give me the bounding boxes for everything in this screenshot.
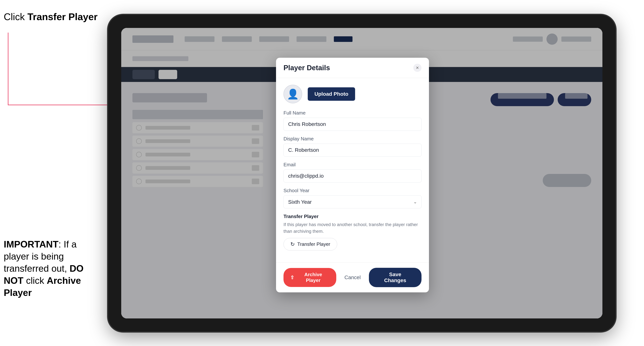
app-background: Player Details × 👤 Upload Photo — [121, 28, 602, 319]
instruction-line1: Click Transfer Player — [4, 11, 101, 22]
archive-player-button[interactable]: ⇧ Archive Player — [284, 268, 336, 287]
transfer-label: Transfer Player — [284, 214, 422, 219]
email-label: Email — [284, 162, 422, 168]
instruction-bottom: IMPORTANT: If a player is being transfer… — [4, 238, 99, 299]
full-name-label: Full Name — [284, 110, 422, 116]
modal-close-button[interactable]: × — [413, 64, 422, 72]
photo-section: 👤 Upload Photo — [284, 85, 422, 103]
modal-body: 👤 Upload Photo Full Name Display Name — [276, 78, 429, 262]
transfer-description: If this player has moved to another scho… — [284, 221, 422, 235]
full-name-group: Full Name — [284, 110, 422, 131]
avatar-circle: 👤 — [284, 85, 302, 103]
full-name-input[interactable] — [284, 118, 422, 131]
instruction-prefix: Click — [4, 11, 28, 22]
upload-photo-button[interactable]: Upload Photo — [308, 87, 355, 101]
player-details-modal: Player Details × 👤 Upload Photo — [276, 58, 429, 292]
school-year-group: School Year Sixth Year First Year Second… — [284, 188, 422, 208]
annotation-vertical-line — [8, 33, 8, 105]
annotation-horizontal-line — [8, 105, 114, 105]
instruction-bold: Transfer Player — [28, 11, 98, 22]
modal-header: Player Details × — [276, 58, 429, 78]
avatar-icon: 👤 — [287, 88, 299, 100]
email-input[interactable] — [284, 170, 422, 182]
save-changes-button[interactable]: Save Changes — [369, 268, 422, 287]
transfer-player-button[interactable]: ↻ Transfer Player — [284, 238, 337, 250]
archive-btn-label: Archive Player — [297, 272, 330, 283]
instruction-important: IMPORTANT — [4, 239, 58, 250]
display-name-input[interactable] — [284, 144, 422, 157]
instruction-top: Click Transfer Player — [4, 11, 101, 22]
cancel-button[interactable]: Cancel — [340, 272, 365, 283]
transfer-section: Transfer Player If this player has moved… — [284, 214, 422, 250]
display-name-label: Display Name — [284, 136, 422, 142]
email-group: Email — [284, 162, 422, 182]
school-year-label: School Year — [284, 188, 422, 193]
school-year-select[interactable]: Sixth Year First Year Second Year Third … — [284, 195, 422, 208]
display-name-group: Display Name — [284, 136, 422, 157]
modal-title: Player Details — [284, 64, 330, 72]
tablet-screen: Player Details × 👤 Upload Photo — [121, 28, 602, 319]
school-year-select-wrapper: Sixth Year First Year Second Year Third … — [284, 195, 422, 208]
transfer-icon: ↻ — [290, 241, 295, 247]
instruction-click: click — [24, 275, 47, 286]
modal-overlay: Player Details × 👤 Upload Photo — [121, 28, 602, 319]
transfer-btn-label: Transfer Player — [297, 241, 330, 247]
tablet-device: Player Details × 👤 Upload Photo — [108, 15, 616, 332]
modal-footer: ⇧ Archive Player Cancel Save Changes — [276, 262, 429, 292]
archive-icon: ⇧ — [290, 275, 294, 280]
